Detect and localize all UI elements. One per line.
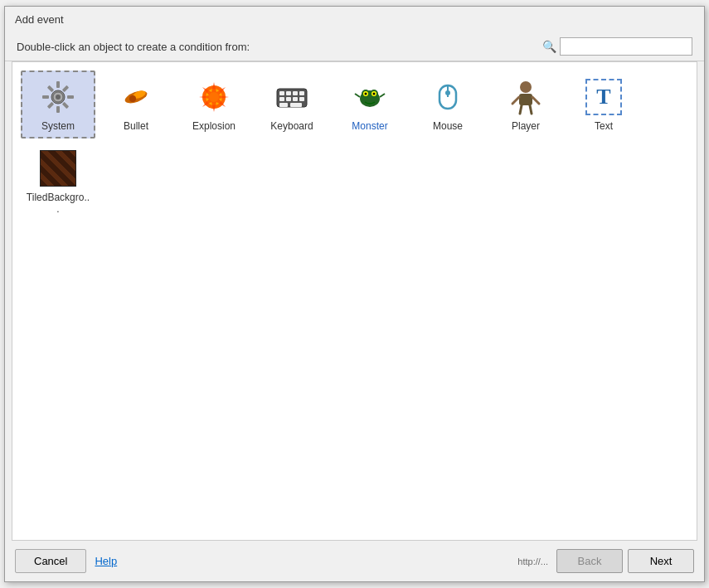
system-icon xyxy=(38,77,78,117)
svg-rect-26 xyxy=(299,97,304,101)
objects-content-area: System Bullet xyxy=(12,61,697,541)
bullet-label: Bullet xyxy=(124,120,148,132)
svg-point-35 xyxy=(365,93,367,95)
explosion-icon xyxy=(194,77,234,117)
svg-point-13 xyxy=(129,95,136,102)
svg-rect-28 xyxy=(290,103,302,107)
svg-rect-4 xyxy=(67,95,74,99)
svg-rect-21 xyxy=(293,91,298,95)
search-area: 🔍 xyxy=(542,37,692,56)
tiled-icon xyxy=(38,148,78,188)
svg-rect-8 xyxy=(62,102,69,109)
player-icon xyxy=(506,77,546,117)
tiled-label: TiledBackgro... xyxy=(26,192,90,215)
object-item-text[interactable]: T Text xyxy=(566,70,641,138)
svg-line-46 xyxy=(520,105,522,114)
object-item-mouse[interactable]: Mouse xyxy=(410,70,485,138)
dialog-footer: Cancel Help http://... Back Next xyxy=(5,541,704,581)
svg-line-44 xyxy=(512,97,519,104)
monster-icon xyxy=(350,77,390,117)
instruction-text: Double-click an object to create a condi… xyxy=(17,41,250,53)
svg-rect-6 xyxy=(47,102,54,109)
help-button[interactable]: Help xyxy=(95,555,117,567)
svg-rect-5 xyxy=(62,85,69,92)
text-icon-box: T xyxy=(585,79,622,115)
svg-marker-17 xyxy=(199,82,229,112)
svg-rect-24 xyxy=(286,97,291,101)
svg-point-36 xyxy=(373,93,376,95)
object-item-player[interactable]: Player xyxy=(488,70,563,138)
object-item-keyboard[interactable]: Keyboard xyxy=(255,70,329,138)
svg-rect-3 xyxy=(42,95,49,99)
svg-rect-2 xyxy=(56,106,60,113)
svg-line-47 xyxy=(530,105,532,114)
svg-point-42 xyxy=(520,81,532,93)
text-icon: T xyxy=(584,77,624,117)
keyboard-label: Keyboard xyxy=(270,120,313,132)
player-label: Player xyxy=(512,120,540,132)
tiled-icon-box xyxy=(40,150,76,187)
svg-rect-27 xyxy=(279,103,288,107)
svg-point-10 xyxy=(56,95,61,100)
object-item-monster[interactable]: Monster xyxy=(333,70,407,138)
dialog-title: Add event xyxy=(5,7,704,32)
svg-rect-20 xyxy=(286,91,291,95)
svg-rect-19 xyxy=(279,91,284,95)
svg-rect-22 xyxy=(299,91,304,95)
footer-right: http://... Back Next xyxy=(514,549,694,573)
footer-left: Cancel Help xyxy=(15,549,117,573)
mouse-icon xyxy=(428,77,468,117)
object-item-tiled[interactable]: TiledBackgro... xyxy=(21,142,95,221)
search-input[interactable] xyxy=(560,37,692,56)
monster-label: Monster xyxy=(352,120,387,132)
keyboard-icon xyxy=(272,77,312,117)
system-label: System xyxy=(41,120,75,132)
object-item-bullet[interactable]: Bullet xyxy=(99,70,173,138)
add-event-dialog: Add event Double-click an object to crea… xyxy=(4,6,705,582)
next-button[interactable]: Next xyxy=(628,549,694,573)
svg-rect-7 xyxy=(47,85,54,92)
svg-rect-43 xyxy=(519,94,532,105)
object-item-system[interactable]: System xyxy=(21,70,95,138)
bullet-icon xyxy=(116,77,156,117)
instruction-bar: Double-click an object to create a condi… xyxy=(5,32,704,61)
svg-line-38 xyxy=(380,94,385,97)
back-button[interactable]: Back xyxy=(556,549,623,573)
svg-rect-1 xyxy=(56,81,60,88)
mouse-label: Mouse xyxy=(433,120,463,132)
svg-rect-23 xyxy=(279,97,284,101)
cancel-button[interactable]: Cancel xyxy=(15,549,86,573)
objects-grid: System Bullet xyxy=(17,67,692,225)
status-text: http://... xyxy=(514,556,551,566)
svg-point-41 xyxy=(445,90,450,95)
search-icon: 🔍 xyxy=(542,40,556,53)
svg-line-37 xyxy=(355,94,360,97)
svg-rect-25 xyxy=(293,97,298,101)
object-item-explosion[interactable]: Explosion xyxy=(177,70,251,138)
svg-line-45 xyxy=(532,97,539,104)
explosion-label: Explosion xyxy=(192,120,236,132)
text-label: Text xyxy=(595,120,613,132)
